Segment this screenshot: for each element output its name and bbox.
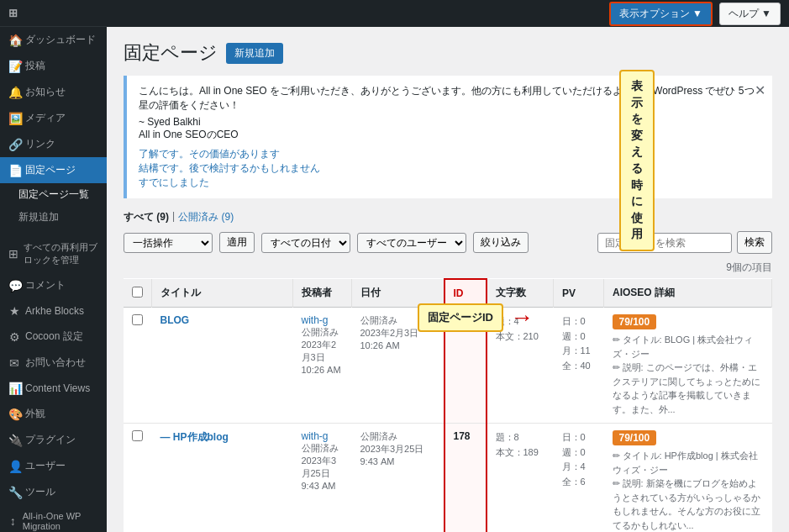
sidebar-sub-label: 固定ページ一覧 xyxy=(18,188,89,200)
table-container: 固定ページID → タイトル 投稿者 日付 ID 文字数 PV xyxy=(124,278,772,532)
aioseo-score-badge: 79/100 xyxy=(613,430,657,445)
filter-separator: | xyxy=(172,210,175,224)
th-title[interactable]: タイトル xyxy=(152,279,293,308)
page-title-link[interactable]: — HP作成blog xyxy=(160,431,229,443)
sidebar-item-pages[interactable]: 📄 固定ページ xyxy=(0,157,107,183)
row-date-col: 公開済み 2023年3月25日 9:43 AM xyxy=(352,424,444,533)
sidebar-item-contact[interactable]: ✉ お問い合わせ xyxy=(0,350,107,376)
tools-icon: 🔧 xyxy=(8,486,20,499)
sidebar-item-comments[interactable]: 💬 コメント xyxy=(0,272,107,298)
dashboard-icon: 🏠 xyxy=(8,34,20,47)
row-checkbox[interactable] xyxy=(132,314,143,325)
sidebar-sub-pages-list[interactable]: 固定ページ一覧 xyxy=(0,183,107,206)
help-button[interactable]: ヘルプ ▼ xyxy=(719,3,781,25)
sidebar-item-label: お問い合わせ xyxy=(25,356,86,370)
notice-link2[interactable]: 結構です。後で検討するかもしれません xyxy=(139,162,320,174)
notice-link1[interactable]: 了解です。その価値があります xyxy=(139,148,280,160)
row-checkbox[interactable] xyxy=(132,430,143,441)
sidebar-item-media[interactable]: 🖼️ メディア xyxy=(0,105,107,131)
user-filter-select[interactable]: すべてのユーザー with-g xyxy=(357,233,466,253)
aioseo-desc-detail: ✏ 説明: 新築を機にブログを始めようとされている方がいらっしゃるかもしれません… xyxy=(613,477,764,532)
annotation-page-id: 固定ページID xyxy=(418,303,503,332)
media-icon: 🖼️ xyxy=(8,112,20,125)
filter-tab-published[interactable]: 公開済み (9) xyxy=(178,210,234,224)
sidebar-item-label: すべての再利用ブロックを管理 xyxy=(24,241,98,266)
sidebar-item-arkhe[interactable]: ★ Arkhe Blocks xyxy=(0,298,107,324)
right-arrow-icon: → xyxy=(510,304,534,331)
topbar: 表示オプション ▼ ヘルプ ▼ xyxy=(107,0,789,27)
row-page-id: 178 xyxy=(444,424,487,533)
filter-tabs: すべて (9) | 公開済み (9) xyxy=(124,210,772,224)
apply-button[interactable]: 適用 xyxy=(219,232,255,253)
row-check xyxy=(124,424,152,533)
row-status: 公開済み xyxy=(302,327,339,337)
sidebar-item-label: お知らせ xyxy=(25,85,66,99)
th-check xyxy=(124,279,152,308)
appearance-icon: 🎨 xyxy=(8,408,20,421)
sidebar-item-notice[interactable]: 🔔 お知らせ xyxy=(0,79,107,105)
search-button[interactable]: 検索 xyxy=(737,231,772,254)
sidebar-item-label: Content Views xyxy=(25,382,90,394)
bulk-action-select[interactable]: 一括操作 ゴミ箱へ移動 xyxy=(124,233,213,253)
display-options-button[interactable]: 表示オプション ▼ xyxy=(609,2,713,26)
page-header: 固定ページ 新規追加 表示を変える 時に使用 xyxy=(124,40,772,66)
sidebar-item-dashboard[interactable]: 🏠 ダッシュボード xyxy=(0,27,107,53)
content-area: 固定ページ 新規追加 表示を変える 時に使用 ✕ こんにちは。All in On… xyxy=(107,27,789,532)
page-title-link[interactable]: BLOG xyxy=(160,314,190,326)
row-date: 2023年3月25日 9:43 AM xyxy=(302,456,337,491)
notice-box: ✕ こんにちは。All in One SEO をご利用いただき、ありがとうござい… xyxy=(124,76,772,198)
sidebar-item-label: 外観 xyxy=(25,407,45,421)
row-author: with-g 公開済み 2023年3月25日 9:43 AM xyxy=(293,424,352,533)
sidebar-item-appearance[interactable]: 🎨 外観 xyxy=(0,401,107,427)
row-date2: 2023年2月3日 10:26 AM xyxy=(360,328,419,350)
sidebar-item-aio-wp-migration[interactable]: ↕ All-in-One WP Migration xyxy=(0,505,107,532)
sidebar-item-cocoon[interactable]: ⚙ Cocoon 設定 xyxy=(0,324,107,350)
narrow-button[interactable]: 絞り込み xyxy=(473,232,529,253)
sidebar-item-label: メディア xyxy=(25,111,66,125)
migration-icon: ↕ xyxy=(8,514,18,528)
filters-row: 一括操作 ゴミ箱へ移動 適用 すべての日付 2023年3月 2023年2月 すべ… xyxy=(124,231,772,254)
annotation-line2: 時に使用 xyxy=(631,177,643,243)
row-check xyxy=(124,308,152,424)
sidebar-item-label: ユーザー xyxy=(25,459,66,473)
aioseo-title-detail: ✏ タイトル: BLOG | 株式会社ウィズ・ジー xyxy=(613,333,764,361)
sidebar-item-plugins[interactable]: 🔌 プラグイン xyxy=(0,427,107,453)
author-link[interactable]: with-g xyxy=(302,314,329,326)
row-date2: 2023年3月25日 9:43 AM xyxy=(360,444,424,466)
new-page-button[interactable]: 新規追加 xyxy=(226,43,283,64)
sidebar-item-label: コメント xyxy=(25,278,66,292)
th-aioseo: AIOSEO 詳細 xyxy=(604,279,772,308)
notice-link3[interactable]: すでにしました xyxy=(139,176,209,188)
author-link[interactable]: with-g xyxy=(302,430,329,442)
sidebar-item-posts[interactable]: 📝 投稿 xyxy=(0,53,107,79)
users-icon: 👤 xyxy=(8,460,20,473)
sidebar-item-tools[interactable]: 🔧 ツール xyxy=(0,479,107,505)
pages-icon: 📄 xyxy=(8,164,20,177)
sidebar-sub-pages-new[interactable]: 新規追加 xyxy=(0,206,107,229)
table-row: — HP作成blog with-g 公開済み 2023年3月25日 9:43 A… xyxy=(124,424,772,533)
th-author: 投稿者 xyxy=(293,279,352,308)
row-title: — HP作成blog xyxy=(152,424,293,533)
search-input[interactable] xyxy=(597,233,732,253)
row-author: with-g 公開済み 2023年2月3日 10:26 AM xyxy=(293,308,352,424)
notice-company: All in One SEOのCEO xyxy=(139,128,760,142)
row-pv: 日：0週：0月：4全：6 xyxy=(554,424,604,533)
sidebar-sub-label: 新規追加 xyxy=(18,211,59,223)
sidebar-item-content-views[interactable]: 📊 Content Views xyxy=(0,376,107,401)
main-area: 表示オプション ▼ ヘルプ ▼ 固定ページ 新規追加 表示を変える 時に使用 ✕… xyxy=(107,0,789,532)
content-views-icon: 📊 xyxy=(8,382,20,395)
notice-author: ~ Syed Balkhi xyxy=(139,116,760,128)
sidebar-item-label: ツール xyxy=(25,485,55,499)
select-all-checkbox[interactable] xyxy=(132,287,143,298)
sidebar-item-reusable-blocks[interactable]: ⊞ すべての再利用ブロックを管理 xyxy=(0,235,107,272)
row-title: BLOG xyxy=(152,308,293,424)
filter-tab-all[interactable]: すべて (9) xyxy=(124,210,169,224)
sidebar-item-links[interactable]: 🔗 リンク xyxy=(0,131,107,157)
row-status: 公開済み xyxy=(302,443,339,453)
notice-close-button[interactable]: ✕ xyxy=(755,82,765,98)
page-title-row: 固定ページ 新規追加 xyxy=(124,40,283,66)
annotation-line1: 表示を変える xyxy=(631,78,643,177)
table-body: BLOG with-g 公開済み 2023年2月3日 10:26 AM 公開済み… xyxy=(124,308,772,533)
sidebar-item-users[interactable]: 👤 ユーザー xyxy=(0,453,107,479)
date-filter-select[interactable]: すべての日付 2023年3月 2023年2月 xyxy=(261,233,350,253)
